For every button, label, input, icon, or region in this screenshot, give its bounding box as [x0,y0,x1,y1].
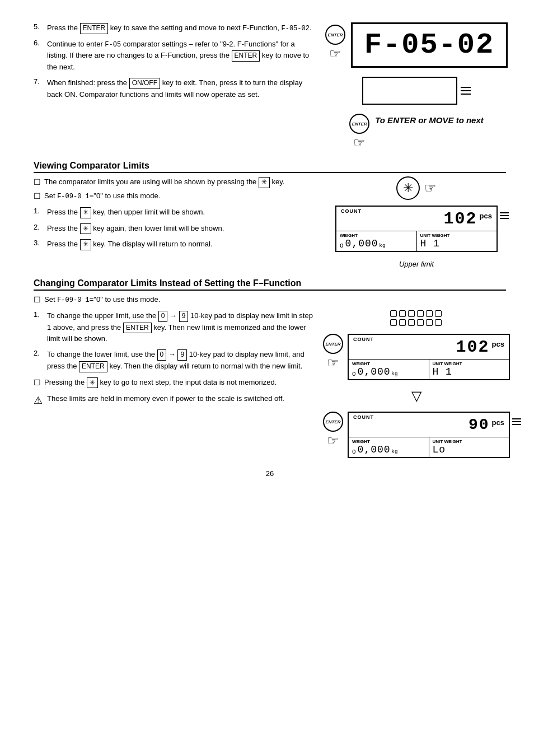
pcs-label: pcs [480,212,492,220]
changing-comparator-section: Changing Comparator Limits Instead of Se… [34,278,506,458]
lower-enter-display: ENTER ☞ COUNT 90 pcs [323,412,510,458]
enter-label: ENTER [327,32,343,38]
weight-value2: O 0,000 kg [352,366,425,377]
list-item: 1. Press the ✳ key, then upper limit wil… [34,207,316,218]
enter-button-icon3: ENTER [323,334,343,354]
small-display [362,77,457,105]
viewing-comparator-title: Viewing Comparator Limits [34,161,506,173]
pcs-label3: pcs [492,418,504,427]
item-num: 3. [34,239,44,250]
star-key: ✳ [80,239,91,250]
item-num: 5. [34,22,44,34]
weight-value3: O 0,000 kg [352,444,425,455]
item-num: 7. [34,77,44,100]
numpad-key [408,310,415,317]
page: 5. Press the ENTER key to save the setti… [0,0,534,756]
numpad-key [399,310,406,317]
hand-icon5: ☞ [327,433,339,449]
weight-cell2: WEIGHT O 0,000 kg [349,360,429,379]
enter-label4: ENTER [325,419,340,424]
bullet-text: Set F-09-0 1="0" to use this mode. [44,294,160,305]
intro-section: 5. Press the ENTER key to save the setti… [34,22,506,151]
numpad-key [417,310,424,317]
enter-button-icon4: ENTER [323,412,343,432]
enter-icon-group4: ENTER ☞ [323,412,343,449]
weight-value: O 0,000 kg [340,238,413,249]
star-key-area: ✳ ☞ [396,176,437,200]
enter-key: ENTER [123,323,152,334]
star-key: ✳ [80,223,91,235]
o-indicator3: O [352,449,357,455]
hand-icon: ☞ [329,46,341,62]
star-key2: ✳ [87,377,98,389]
item-content: Continue to enter F-05 comparator settin… [47,39,316,73]
viewing-items: 1. Press the ✳ key, then upper limit wil… [34,207,316,250]
side-indicators [500,212,509,219]
upper-limit-display: COUNT 102 pcs WEIGHT [335,206,498,252]
list-item: 1. To change the upper limit, use the 0 … [34,310,316,344]
hand-icon2: ☞ [353,135,366,151]
enter-icon-group3: ENTER ☞ [323,334,343,371]
list-item: 2. Press the ✳ key again, then lower lim… [34,223,316,235]
f0502-display-group: ENTER ☞ F-05-02 [325,22,508,68]
kg-unit: kg [380,242,386,248]
side-indicators2 [512,418,521,425]
enter-button-icon2: ENTER [349,114,369,134]
weight-section3: WEIGHT O 0,000 kg UNIT WEIGHT L [349,437,509,457]
kg-unit2: kg [392,371,399,376]
count-section2: COUNT 102 pcs [349,335,509,360]
viewing-comparator-content: ☐ The comparator limits you are using wi… [34,176,506,268]
unit-weight-value3: Lo [433,444,506,455]
count-label3: COUNT [353,414,374,420]
numpad-key [399,319,406,326]
enter-icon-group2: ENTER ☞ [349,114,369,151]
upper-change-group: ENTER ☞ COUNT 102 pcs [323,310,510,380]
numpad-row2 [390,319,443,326]
count-section3: COUNT 90 pcs [349,413,509,437]
unit-weight-cell: UNIT WEIGHT H 1 [417,231,497,251]
weight-cell3: WEIGHT O 0,000 kg [349,437,429,457]
down-arrow: ▽ [411,388,421,404]
changing-comparator-title: Changing Comparator Limits Instead of Se… [34,278,506,291]
unit-weight-digits2: H 1 [433,366,452,377]
item-content: To change the lower limit, use the 0 → 9… [47,349,316,372]
zero-key: 0 [158,311,168,322]
numpad-key [390,310,397,317]
item-num: 6. [34,39,44,73]
numpad-key [408,319,415,326]
count-value3: 90 [469,416,490,433]
count-label2: COUNT [353,337,374,342]
side-line [461,87,471,88]
lower-change-display: COUNT 90 pcs [348,412,510,458]
checkbox-icon: ☐ [34,294,41,306]
changing-content: 1. To change the upper limit, use the 0 … [34,310,506,458]
small-display-group [362,77,471,105]
side-lines [461,87,471,95]
right-displays-intro: ENTER ☞ F-05-02 [327,22,506,151]
item-content: Press the ✳ key. The display will return… [47,239,316,250]
checkbox-icon: ☐ [34,176,41,188]
weight-section2: WEIGHT O 0,000 kg UNIT WEIGHT [349,360,509,379]
changing-bullet: ☐ Set F-09-0 1="0" to use this mode. [34,294,506,306]
count-value-row: 102 pcs [444,209,492,228]
enter-icon-group: ENTER ☞ [325,25,345,62]
warning-text: These limits are held in memory even if … [47,394,284,403]
list-item: 3. Press the ✳ key. The display will ret… [34,239,316,250]
item-content: When finished: press the ON/OFF key to e… [47,77,316,100]
unit-weight-digits: H 1 [420,238,440,249]
count-value: 102 [444,209,477,228]
checkbox-icon: ☐ [34,190,41,202]
viewing-comparator-section: Viewing Comparator Limits ☐ The comparat… [34,161,506,268]
nine-key2: 9 [177,349,187,361]
upper-limit-caption: Upper limit [399,260,434,268]
upper-enter-display: ENTER ☞ COUNT 102 pcs [323,334,510,380]
bullet-text: The comparator limits you are using will… [44,176,284,188]
unit-weight-label: UNIT WEIGHT [420,233,494,238]
numpad-key [426,310,433,317]
nine-key: 9 [179,311,189,322]
viewing-left: ☐ The comparator limits you are using wi… [34,176,316,268]
f0502-code: F-05-02 [281,25,309,32]
list-item: 2. To change the lower limit, use the 0 … [34,349,316,372]
bullet-text: Set F-09-0 1="0" to use this mode. [44,190,160,202]
star-key: ✳ [259,177,270,188]
